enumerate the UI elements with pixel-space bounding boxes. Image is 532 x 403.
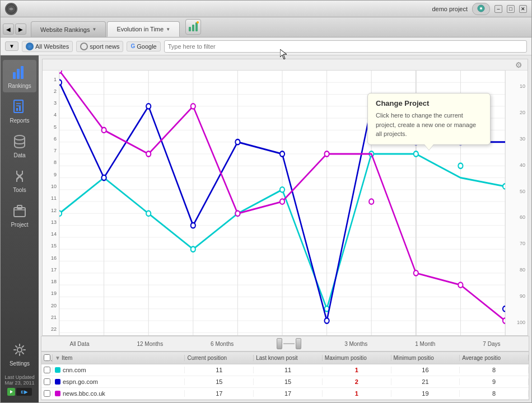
svg-rect-14	[16, 108, 18, 111]
restore-button[interactable]: □	[507, 5, 515, 13]
back-button[interactable]: ◀	[3, 24, 14, 35]
filter-google[interactable]: G Google	[127, 41, 160, 51]
settings-icon	[11, 341, 29, 359]
project-icon	[11, 202, 29, 220]
rankings-icon	[11, 63, 29, 81]
change-project-button[interactable]	[472, 3, 490, 15]
tooltip-title: Change Project	[376, 99, 482, 107]
select-all-checkbox[interactable]	[44, 354, 50, 361]
svg-rect-3	[189, 27, 191, 31]
y-label-left: 18	[43, 276, 59, 288]
y-label-left: 22	[43, 324, 59, 335]
svg-point-19	[17, 348, 22, 352]
svg-point-78	[59, 71, 62, 73]
row-item-cell: news.bbc.co.uk	[53, 390, 185, 397]
table-row[interactable]: news.bbc.co.uk 17 17 1 19 8	[41, 388, 529, 400]
row-checkbox[interactable]	[44, 390, 50, 397]
row-checkbox[interactable]	[44, 378, 50, 385]
row-item-cell: cnn.com	[53, 367, 185, 373]
row-item-name: cnn.com	[63, 367, 86, 373]
module-icon[interactable]	[185, 19, 201, 35]
svg-point-81	[191, 104, 195, 109]
filter-all-websites[interactable]: All Websites	[22, 41, 73, 52]
row-min-pos: 16	[391, 367, 460, 373]
y-label-left: 21	[43, 311, 59, 323]
sidebar-item-project[interactable]: Project	[3, 199, 36, 231]
filter-dropdown-button[interactable]: ▼	[5, 41, 18, 51]
table-row[interactable]: espn.go.com 15 15 2 21 9	[41, 376, 529, 388]
chart-settings-button[interactable]: ⚙	[513, 59, 524, 71]
google-icon: G	[130, 43, 135, 49]
row-current-pos: 17	[185, 390, 254, 397]
y-label-left: 6	[43, 133, 59, 144]
y-label-left: 5	[43, 121, 59, 133]
y-label-left: 7	[43, 145, 59, 157]
row-avg-pos: 8	[460, 390, 529, 397]
svg-rect-11	[14, 100, 23, 113]
svg-marker-7	[280, 49, 287, 59]
filter-sport-news[interactable]: sport news	[76, 41, 123, 52]
sidebar-item-data[interactable]: Data	[3, 129, 36, 162]
time-range-6months[interactable]: 6 Months	[206, 340, 238, 348]
tools-icon	[11, 167, 29, 185]
row-avg-pos: 9	[460, 378, 529, 385]
svg-point-83	[280, 199, 284, 204]
y-label-left: 15	[43, 240, 59, 252]
y-label-right: 90	[520, 283, 525, 309]
time-range-3months[interactable]: 3 Months	[340, 340, 372, 348]
svg-point-68	[102, 175, 106, 180]
play-icon[interactable]	[7, 388, 15, 396]
sidebar-item-tools[interactable]: Tools	[3, 164, 36, 196]
time-range-all-data[interactable]: All Data	[65, 340, 94, 348]
y-label-right: 70	[520, 231, 525, 257]
forward-button[interactable]: ▶	[15, 24, 26, 35]
svg-point-61	[280, 187, 284, 192]
close-button[interactable]: ✕	[519, 5, 527, 13]
minimize-button[interactable]: –	[494, 5, 502, 13]
globe-icon	[26, 43, 34, 50]
svg-rect-5	[195, 22, 198, 31]
svg-point-65	[458, 163, 463, 168]
last-updated-label: Last Updated	[4, 374, 35, 380]
svg-point-71	[235, 139, 240, 144]
row-min-pos: 19	[391, 390, 460, 397]
y-axis-right: 102030405060708090100	[505, 71, 528, 335]
reports-icon	[11, 98, 29, 116]
time-range-bar: All Data 12 Months 6 Months 3 Months 1 M…	[41, 336, 529, 352]
logo-small: E▶	[16, 388, 32, 396]
row-color-indicator	[55, 391, 60, 396]
sidebar-item-settings[interactable]: Settings	[3, 338, 36, 370]
search-input[interactable]	[164, 40, 527, 53]
svg-point-73	[325, 318, 329, 323]
svg-point-2	[480, 7, 482, 10]
time-range-1month[interactable]: 1 Month	[410, 340, 440, 348]
table-header: ▼ Item Current position Last known posit…	[41, 352, 529, 364]
svg-rect-15	[19, 106, 21, 111]
tab-evolution-in-time[interactable]: Evolution in Time ▼	[107, 21, 180, 37]
data-table: ▼ Item Current position Last known posit…	[41, 352, 529, 400]
slider-handle-right[interactable]	[296, 338, 301, 349]
time-range-7days[interactable]: 7 Days	[478, 340, 505, 348]
sidebar-item-reports[interactable]: Reports	[3, 95, 36, 127]
time-range-12months[interactable]: 12 Months	[132, 340, 167, 348]
table-row[interactable]: cnn.com 11 11 1 16 8	[41, 364, 529, 376]
svg-rect-4	[192, 25, 194, 31]
y-label-left: 19	[43, 288, 59, 299]
row-checkbox[interactable]	[44, 367, 50, 373]
sidebar-item-rankings[interactable]: Rankings	[3, 60, 36, 92]
y-label-left: 10	[43, 180, 59, 192]
y-label-right: 10	[520, 73, 525, 100]
title-bar: demo project – □ ✕	[1, 1, 531, 17]
row-max-pos: 1	[323, 390, 391, 397]
row-color-indicator	[55, 367, 60, 373]
time-range-slider[interactable]	[277, 338, 301, 349]
table-rows: cnn.com 11 11 1 16 8 espn.go.com 15 15 2…	[41, 364, 529, 400]
data-icon	[11, 133, 29, 151]
slider-handle-left[interactable]	[277, 338, 282, 349]
th-max-pos: Maximum positio	[323, 355, 391, 361]
th-checkbox	[41, 354, 53, 362]
row-item-name: espn.go.com	[63, 378, 98, 385]
tab-website-rankings[interactable]: Website Rankings ▼	[31, 21, 106, 37]
th-item: ▼ Item	[53, 355, 185, 361]
row-checkbox-cell	[41, 367, 53, 373]
